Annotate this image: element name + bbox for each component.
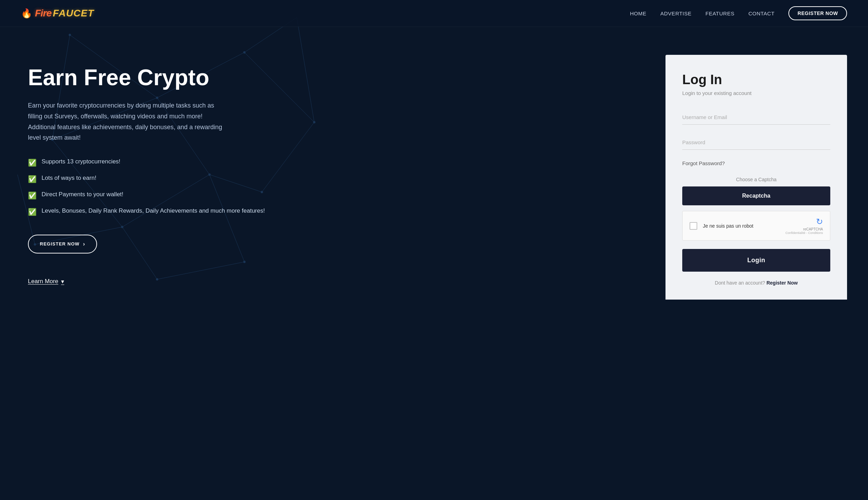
check-icon-2: ✅	[28, 174, 37, 184]
password-input[interactable]	[682, 135, 830, 150]
learn-more-link[interactable]: Learn More ▾	[28, 278, 265, 285]
recaptcha-checkbox[interactable]	[690, 222, 697, 230]
feature-text-2: Lots of ways to earn!	[42, 174, 96, 183]
login-submit-button[interactable]: Login	[682, 249, 830, 272]
feature-text-3: Direct Payments to your wallet!	[42, 190, 123, 199]
login-title: Log In	[682, 72, 830, 87]
recaptcha-select-button[interactable]: Recaptcha	[682, 186, 830, 205]
captcha-label: Choose a Captcha	[682, 177, 830, 182]
recaptcha-left: Je ne suis pas un robot	[690, 222, 753, 230]
register-btn-label: REGISTER NOW	[40, 241, 80, 247]
feature-text-1: Supports 13 cryptocurrencies!	[42, 157, 120, 166]
password-field-group	[682, 135, 830, 150]
register-now-main-button[interactable]: REGISTER NOW ›	[28, 235, 97, 253]
register-prompt: Dont have an account? Register Now	[682, 280, 830, 286]
feature-item-3: ✅ Direct Payments to your wallet!	[28, 190, 265, 201]
nav-advertise[interactable]: ADVERTISE	[660, 10, 691, 16]
feature-item-4: ✅ Levels, Bonuses, Daily Rank Rewards, D…	[28, 206, 265, 217]
forgot-password-link[interactable]: Forgot Password?	[682, 160, 830, 166]
main-nav: HOME ADVERTISE FEATURES CONTACT REGISTER…	[630, 6, 847, 20]
check-icon-4: ✅	[28, 207, 37, 217]
hero-title: Earn Free Crypto	[28, 65, 265, 90]
check-icon-1: ✅	[28, 157, 37, 168]
recaptcha-widget[interactable]: Je ne suis pas un robot ↻ reCAPTCHA Conf…	[682, 211, 830, 241]
check-icon-3: ✅	[28, 190, 37, 201]
register-now-nav-button[interactable]: REGISTER NOW	[788, 6, 847, 20]
feature-text-4: Levels, Bonuses, Daily Rank Rewards, Dai…	[42, 206, 265, 215]
logo-fire-text: Fire	[35, 8, 51, 19]
features-list: ✅ Supports 13 cryptocurrencies! ✅ Lots o…	[28, 157, 265, 217]
feature-item-2: ✅ Lots of ways to earn!	[28, 174, 265, 184]
feature-item-1: ✅ Supports 13 cryptocurrencies!	[28, 157, 265, 168]
logo-faucet-text: FAUCET	[53, 8, 94, 19]
chevron-down-icon: ▾	[61, 278, 64, 285]
username-field-group	[682, 110, 830, 125]
nav-features[interactable]: FEATURES	[706, 10, 735, 16]
nav-home[interactable]: HOME	[630, 10, 646, 16]
nav-contact[interactable]: CONTACT	[748, 10, 774, 16]
header: 🔥 Fire FAUCET HOME ADVERTISE FEATURES CO…	[0, 0, 868, 27]
hero-description: Earn your favorite cryptocurrencies by d…	[28, 100, 223, 143]
recaptcha-not-robot-text: Je ne suis pas un robot	[703, 223, 753, 229]
left-panel: Earn Free Crypto Earn your favorite cryp…	[28, 55, 265, 285]
username-input[interactable]	[682, 110, 830, 125]
login-panel: Log In Login to your existing account Fo…	[665, 55, 847, 300]
register-prompt-text: Dont have an account?	[715, 280, 765, 286]
logo: 🔥 Fire FAUCET	[21, 8, 94, 19]
recaptcha-logo-icon: ↻	[816, 217, 823, 226]
arrow-right-icon: ›	[83, 241, 85, 247]
recaptcha-brand-text: reCAPTCHA	[785, 227, 823, 231]
flame-icon: 🔥	[21, 8, 32, 19]
login-subtitle: Login to your existing account	[682, 90, 830, 96]
learn-more-text: Learn More	[28, 278, 58, 285]
main-content: Earn Free Crypto Earn your favorite cryp…	[0, 27, 868, 500]
register-now-login-link[interactable]: Register Now	[766, 280, 797, 286]
recaptcha-right: ↻ reCAPTCHA Confidentialité - Conditions	[785, 217, 823, 235]
recaptcha-links-text: Confidentialité - Conditions	[785, 231, 823, 235]
